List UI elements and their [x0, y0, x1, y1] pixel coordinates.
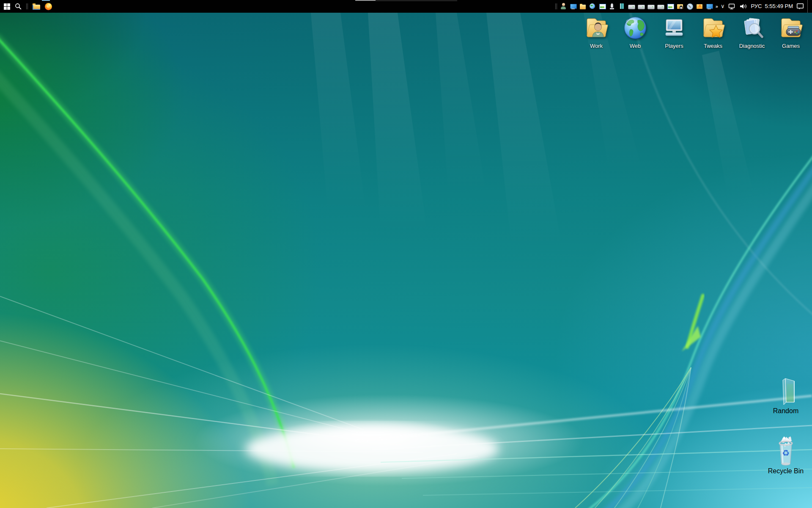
language-indicator[interactable]: РУС — [751, 0, 762, 13]
svg-text:♻: ♻ — [782, 448, 790, 458]
computer-icon — [661, 14, 688, 41]
empty-glass-folder-icon — [772, 375, 799, 407]
display-icon[interactable] — [706, 3, 713, 10]
network-globe-icon[interactable] — [589, 3, 596, 10]
search-icon — [15, 3, 22, 10]
active-app-indicator — [42, 0, 50, 1]
star-folder-icon — [700, 14, 727, 41]
desktop-icon-label: Random — [773, 407, 798, 415]
desktop-icon-work[interactable]: Work — [577, 14, 616, 49]
taskbar-divider — [26, 3, 28, 9]
gamepad-folder-icon — [777, 14, 804, 41]
window-edge-strip-light — [355, 0, 376, 1]
user-folder-icon — [583, 14, 610, 41]
toolbar-overflow-chevron[interactable]: » — [716, 0, 718, 13]
hidden-icons-chevron[interactable]: ∨ — [721, 0, 725, 13]
desktop-icon-games[interactable]: Games — [771, 14, 810, 49]
desktop-icon-recycle-bin[interactable]: ♻ Recycle Bin — [766, 433, 805, 475]
desktop-icon-label: Recycle Bin — [768, 467, 804, 475]
desktop-icon-grid: Work Web — [577, 14, 810, 49]
desktop-icon-label: Players — [665, 43, 683, 49]
firefox-button[interactable] — [45, 0, 52, 13]
desktop-wallpaper: Work Web — [0, 13, 812, 508]
tool-circle-icon[interactable] — [686, 3, 693, 10]
folder-icon[interactable] — [579, 3, 586, 10]
file-explorer-icon — [33, 3, 40, 10]
show-desktop-button[interactable] — [807, 0, 809, 13]
penguin-folder-icon[interactable] — [677, 3, 683, 10]
image-viewer-icon[interactable] — [599, 3, 606, 10]
desktop-icon-label: Tweaks — [704, 43, 722, 49]
desktop-icon-players[interactable]: Players — [655, 14, 694, 49]
taskbar: » ∨ РУС 5:55:49 PM — [0, 0, 812, 13]
network-status-icon[interactable] — [727, 3, 736, 10]
display-icon[interactable] — [570, 3, 576, 10]
taskbar-tray: » ∨ РУС 5:55:49 PM — [555, 0, 812, 13]
desktop-icon-diagnostic[interactable]: Diagnostic — [732, 14, 771, 49]
desktop-icon-tweaks[interactable]: Tweaks — [694, 14, 732, 49]
image-viewer-icon[interactable] — [667, 3, 674, 10]
drive-icon[interactable] — [657, 3, 664, 10]
recycle-bin-full-icon: ♻ — [772, 433, 799, 467]
desktop-icon-label: Diagnostic — [739, 43, 765, 49]
action-center-icon[interactable] — [796, 3, 804, 10]
taskbar-left — [0, 0, 52, 13]
statue-icon[interactable] — [609, 3, 615, 10]
drive-icon[interactable] — [647, 3, 654, 10]
desktop-icon-random[interactable]: Random — [766, 375, 805, 415]
search-button[interactable] — [15, 0, 22, 13]
drive-icon[interactable] — [638, 3, 645, 10]
tray-divider — [555, 3, 557, 9]
desktop-icon-label: Web — [630, 43, 641, 49]
flame-folder-icon[interactable] — [696, 3, 703, 10]
notebook-icon[interactable] — [618, 3, 625, 10]
file-explorer-button[interactable] — [33, 0, 40, 13]
desktop-icon-label: Games — [782, 43, 800, 49]
window-edge-strip-dark — [376, 0, 457, 1]
aurora-streaks — [0, 13, 812, 508]
start-button[interactable] — [4, 0, 10, 13]
volume-icon[interactable] — [739, 3, 748, 10]
firefox-icon — [45, 3, 52, 10]
document-search-icon — [738, 14, 765, 41]
desktop-icon-label: Work — [590, 43, 603, 49]
drive-icon[interactable] — [628, 3, 635, 10]
globe-icon — [622, 14, 649, 41]
clock[interactable]: 5:55:49 PM — [765, 0, 793, 13]
windows-logo-icon — [4, 3, 10, 10]
user-icon[interactable] — [560, 3, 567, 10]
desktop-icon-web[interactable]: Web — [616, 14, 655, 49]
